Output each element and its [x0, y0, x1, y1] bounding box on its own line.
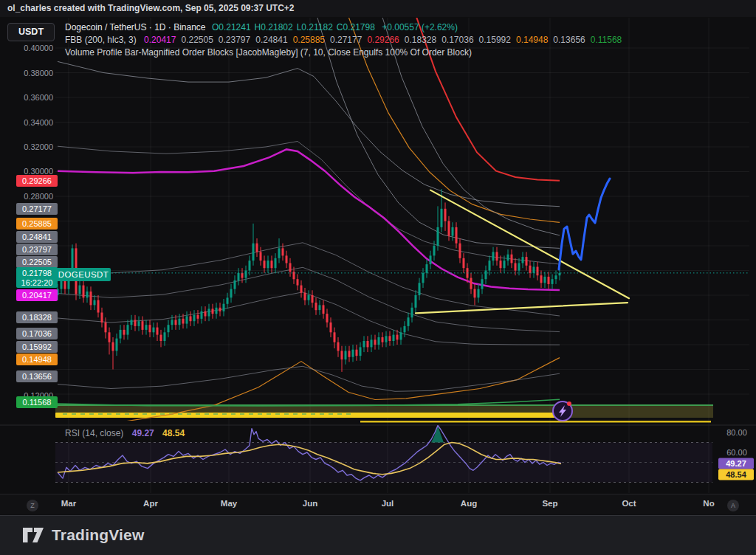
price-chart-canvas[interactable] — [0, 0, 756, 517]
scroll-right-button[interactable]: A — [727, 500, 739, 511]
candle-body — [389, 336, 391, 341]
rsi-value-tag: 49.27 — [718, 458, 754, 469]
legend-fbb-row[interactable]: FBB (200, hlc3, 3) 0.204170.225050.23797… — [65, 34, 622, 46]
tradingview-brand-text[interactable]: TradingView — [52, 526, 145, 544]
time-axis-month-label[interactable]: Mar — [61, 499, 76, 508]
volume-profile-tick — [231, 413, 236, 415]
price-level-tag: 0.14948 — [16, 354, 58, 365]
thin-yellow-level-line — [360, 421, 711, 423]
candle-body — [282, 248, 284, 255]
candle-body — [142, 321, 144, 330]
candle-body — [227, 297, 229, 303]
candle-body — [496, 252, 498, 261]
candle-body — [149, 325, 151, 332]
volume-profile-tick — [213, 413, 218, 415]
fbb-band-value: 0.24841 — [255, 35, 287, 45]
fbb-indicator-name[interactable]: FBB (200, hlc3, 3) — [65, 35, 137, 45]
candle-body — [504, 261, 506, 268]
candle-body — [385, 336, 388, 342]
time-axis-month-label[interactable]: No — [703, 499, 714, 508]
candle-body — [175, 320, 177, 325]
time-axis-month-label[interactable]: Aug — [461, 499, 477, 508]
candle-body — [182, 319, 185, 324]
price-axis-label: 0.34000 — [20, 118, 53, 127]
fbb-band-value: 0.22505 — [181, 35, 213, 45]
volume-profile-tick — [346, 413, 351, 415]
candle-body — [83, 286, 85, 298]
legend-volume-profile-row[interactable]: Volume Profile Bar-Magnified Order Block… — [65, 46, 622, 59]
candle-body — [334, 332, 336, 342]
candle-body — [408, 317, 410, 326]
current-price-value: 0.21798 — [16, 269, 58, 278]
fbb-band-value: 0.18328 — [405, 35, 436, 45]
candle-body — [430, 255, 432, 264]
time-axis-month-label[interactable]: Jul — [382, 499, 394, 508]
price-axis-label: 0.38000 — [20, 69, 53, 77]
candle-body — [300, 286, 303, 293]
candle-body — [212, 308, 214, 314]
candle-body — [378, 337, 380, 345]
candle-body — [393, 335, 395, 341]
candle-body — [345, 351, 347, 359]
price-level-tag: 0.11568 — [16, 396, 58, 408]
time-axis-month-label[interactable]: May — [221, 499, 237, 508]
candle-body — [507, 255, 509, 261]
candle-body — [441, 209, 443, 227]
current-price-tag: 0.2179816:22:20 — [16, 267, 58, 288]
currency-toggle-button[interactable]: USDT — [7, 23, 55, 41]
candle-body — [138, 321, 140, 326]
fbb-band-value: 0.14948 — [516, 35, 548, 45]
candle-body — [179, 319, 181, 325]
rsi-indicator-name[interactable]: RSI (14, close) — [65, 428, 123, 438]
rsi-axis-label: 60.00 — [720, 448, 754, 457]
time-axis-month-label[interactable]: Jun — [303, 499, 317, 508]
candle-body — [352, 350, 354, 357]
volume-profile-tick — [249, 413, 253, 415]
rsi-axis-label: 80.00 — [720, 428, 754, 437]
legend-symbol-row[interactable]: Dogecoin / TetherUS · 1D · Binance O0.21… — [65, 21, 622, 34]
candle-body — [256, 244, 258, 252]
symbol-title[interactable]: Dogecoin / TetherUS · 1D · Binance — [65, 22, 206, 32]
volume-profile-tick — [311, 413, 315, 415]
candle-body — [271, 261, 273, 268]
tradingview-logo-icon[interactable] — [22, 525, 44, 545]
time-axis-month-label[interactable]: Sep — [542, 499, 557, 508]
volume-profile-tick — [116, 413, 120, 415]
zoom-out-button[interactable]: Z — [27, 500, 38, 511]
volume-profile-tick — [240, 413, 244, 415]
yellow-order-block-bar — [55, 413, 559, 418]
candle-body — [145, 325, 148, 330]
candle-body — [481, 279, 484, 289]
candle-body — [123, 330, 126, 335]
fbb-band-value: 0.29266 — [367, 35, 399, 45]
rsi-legend[interactable]: RSI (14, close) 49.27 48.54 — [65, 428, 185, 438]
volume-profile-tick — [72, 413, 76, 415]
candle-body — [323, 305, 325, 314]
countdown-timer: 16:22:20 — [16, 278, 58, 288]
volume-profile-tick — [151, 413, 156, 415]
candle-body — [548, 277, 550, 284]
candle-body — [86, 292, 89, 297]
rsi-value-tag: 48.54 — [718, 469, 754, 480]
volume-profile-tick — [320, 413, 324, 415]
volume-profile-tick — [63, 413, 67, 415]
candle-body — [64, 280, 66, 289]
price-level-tag: 0.22505 — [16, 256, 58, 268]
volume-profile-tick — [284, 413, 289, 415]
fbb-band-value: 0.23797 — [219, 35, 250, 45]
candle-body — [478, 289, 480, 298]
volume-profile-indicator-name[interactable]: Volume Profile Bar-Magnified Order Block… — [65, 47, 472, 58]
price-level-tag: 0.24841 — [16, 231, 58, 243]
volume-profile-tick — [337, 413, 342, 415]
time-axis-month-label[interactable]: Apr — [143, 499, 158, 508]
candle-body — [216, 308, 218, 314]
time-axis-month-label[interactable]: Oct — [622, 499, 636, 508]
candle-body — [289, 263, 292, 272]
candle-body — [404, 326, 406, 332]
candle-body — [61, 280, 63, 289]
candle-body — [286, 255, 288, 263]
time-axis[interactable]: MarAprMayJunJulAugSepOctNoZA — [0, 494, 756, 514]
candle-body — [168, 325, 170, 332]
ohlc-item: C0.21798 — [337, 22, 375, 32]
candle-body — [278, 248, 281, 258]
